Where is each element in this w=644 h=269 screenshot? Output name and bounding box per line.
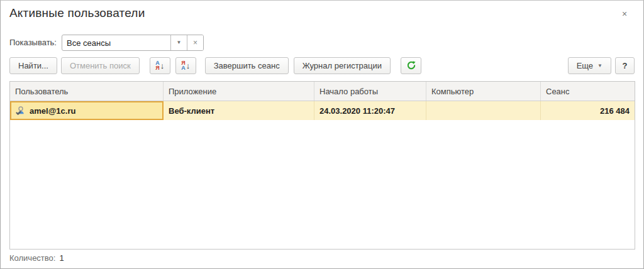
table-header: Пользователь Приложение Начало работы Ко… — [10, 82, 635, 101]
active-user-icon — [15, 106, 25, 116]
filter-row: Показывать: Все сеансы ▼ × — [9, 34, 204, 51]
sessions-filter-combo: Все сеансы ▼ × — [62, 35, 204, 51]
more-button[interactable]: Еще ▼ — [568, 57, 611, 74]
table-row[interactable]: amel@1c.ru Веб-клиент 24.03.2020 11:20:4… — [10, 101, 635, 120]
active-users-window: Активные пользователи × Показывать: Все … — [0, 0, 644, 269]
refresh-button[interactable] — [401, 57, 421, 74]
count-label: Количество: — [9, 253, 55, 263]
sessions-table: Пользователь Приложение Начало работы Ко… — [9, 81, 635, 250]
sort-ascending-icon: А Я ↓ — [155, 60, 164, 70]
cancel-search-button[interactable]: Отменить поиск — [61, 57, 140, 74]
status-bar: Количество: 1 — [9, 253, 64, 263]
chevron-down-icon: ▼ — [597, 63, 602, 69]
show-filter-label: Показывать: — [9, 38, 57, 47]
close-icon[interactable]: × — [619, 9, 630, 19]
chevron-down-icon[interactable]: ▼ — [170, 35, 187, 50]
count-value: 1 — [59, 253, 64, 263]
column-header-computer[interactable]: Компьютер — [426, 82, 541, 101]
column-header-session[interactable]: Сеанс — [541, 82, 635, 101]
help-button[interactable]: ? — [615, 57, 635, 74]
clear-filter-icon[interactable]: × — [187, 35, 203, 50]
sort-descending-button[interactable]: Я А ↓ — [175, 57, 196, 74]
cell-application[interactable]: Веб-клиент — [164, 101, 314, 120]
more-button-label: Еще — [577, 61, 593, 70]
cell-session[interactable]: 216 484 — [541, 101, 635, 120]
page-title: Активные пользователи — [9, 6, 145, 20]
column-header-start[interactable]: Начало работы — [314, 82, 426, 101]
find-button[interactable]: Найти... — [9, 57, 57, 74]
sort-descending-icon: Я А ↓ — [181, 60, 190, 70]
cell-computer[interactable] — [426, 101, 541, 120]
refresh-icon — [406, 60, 416, 70]
column-header-application[interactable]: Приложение — [164, 82, 314, 101]
column-header-user[interactable]: Пользователь — [10, 82, 164, 101]
sort-ascending-button[interactable]: А Я ↓ — [150, 57, 170, 74]
toolbar: Найти... Отменить поиск А Я ↓ Я А ↓ — [9, 57, 635, 74]
cell-start[interactable]: 24.03.2020 11:20:47 — [314, 101, 426, 120]
cell-user[interactable]: amel@1c.ru — [10, 101, 164, 120]
event-log-button[interactable]: Журнал регистрации — [294, 57, 391, 74]
sessions-filter-value[interactable]: Все сеансы — [62, 35, 170, 50]
user-name: amel@1c.ru — [30, 106, 75, 116]
end-session-button[interactable]: Завершить сеанс — [205, 57, 289, 74]
